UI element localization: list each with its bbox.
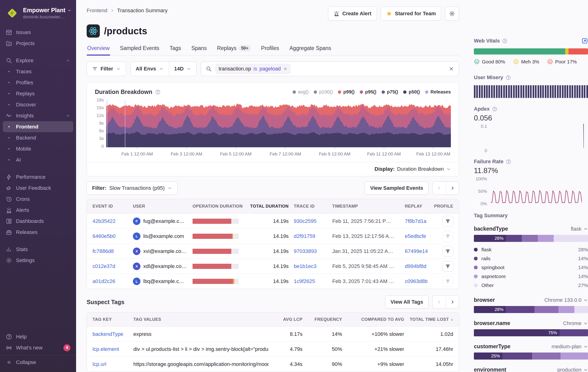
sidebar-item-projects[interactable]: Projects	[3, 38, 73, 49]
profile-button[interactable]	[442, 231, 453, 242]
sidebar-item-crons[interactable]: Crons	[3, 193, 73, 204]
legend-item-p100[interactable]: p100()	[314, 89, 333, 95]
sidebar-item-discover[interactable]: Discover	[3, 99, 73, 110]
sidebar-item-performance[interactable]: Performance	[3, 171, 73, 182]
tab-sampled-events[interactable]: Sampled Events	[119, 44, 160, 55]
search-token[interactable]: transaction.op is pageload	[216, 64, 291, 74]
column-header-compared-to-avg[interactable]: COMPARED TO AVG	[348, 317, 404, 322]
tag-value-dropdown[interactable]: Chrome	[563, 320, 588, 326]
sidebar-item-stats[interactable]: Stats	[3, 244, 73, 255]
legend-item-p75[interactable]: p75()	[382, 89, 398, 95]
trace-id-link[interactable]: 1c9f2625	[294, 278, 327, 284]
date-range-dropdown[interactable]: 14D	[169, 62, 196, 76]
tab-tags[interactable]: Tags	[169, 44, 181, 55]
sidebar-item-frontend[interactable]: Frontend	[3, 121, 73, 132]
event-id-link[interactable]: 6460e5b0	[93, 233, 128, 239]
question-icon[interactable]	[155, 89, 161, 95]
pager-prev-button[interactable]	[432, 296, 446, 308]
column-header-total-time-lost[interactable]: TOTAL TIME LOST	[410, 317, 453, 322]
column-header-timestamp[interactable]: TIMESTAMP	[332, 204, 400, 209]
tab-aggregate-spans[interactable]: Aggregate Spans	[289, 44, 332, 55]
sidebar-item-user-feedback[interactable]: User Feedback	[3, 182, 73, 193]
trace-id-link[interactable]: d2f91759	[294, 233, 327, 239]
tag-value-dropdown[interactable]: production	[557, 367, 588, 372]
display-dropdown[interactable]: Duration Breakdown	[397, 166, 451, 172]
column-header-operation-duration[interactable]: OPERATION DURATION	[193, 204, 245, 209]
trace-id-link[interactable]: be1b1ec3	[294, 263, 327, 269]
sidebar-item-alerts[interactable]: Alerts	[3, 204, 73, 216]
column-header-tag-key[interactable]: TAG KEY	[93, 317, 128, 322]
column-header-avg-lcp[interactable]: AVG LCP	[274, 317, 303, 322]
column-header-trace-id[interactable]: TRACE ID	[294, 204, 327, 209]
breadcrumb-parent[interactable]: Frontend	[87, 8, 107, 14]
legend-item-p99[interactable]: p99()	[338, 89, 355, 95]
replay-id-link[interactable]: e5edbcfe	[405, 233, 435, 239]
starred-for-team-button[interactable]: Starred for Team	[381, 7, 441, 21]
legend-item-Releases[interactable]: Releases	[425, 89, 451, 95]
tab-overview[interactable]: Overview	[87, 44, 110, 55]
event-id-link[interactable]: fc7886d8	[93, 248, 128, 254]
tag-value-dropdown[interactable]: Chrome 133.0.0	[544, 297, 588, 303]
sidebar-item-what-s-new[interactable]: What's new4	[3, 342, 73, 353]
event-id-link[interactable]: a01d2c26	[93, 278, 128, 284]
transactions-filter-dropdown[interactable]: Filter: Slow Transactions (p95)	[87, 181, 178, 195]
sidebar-item-collapse[interactable]: Collapse	[6, 357, 70, 368]
tab-profiles[interactable]: Profiles	[261, 44, 280, 55]
pager-prev-button[interactable]	[432, 182, 446, 194]
tag-value-dropdown[interactable]: flask	[571, 226, 588, 232]
replay-id-link[interactable]: 7f8b7d1a	[405, 218, 435, 224]
filter-dropdown[interactable]: Filter	[87, 62, 126, 76]
org-switcher[interactable]: Empower Plant dominik.buszowiec…	[0, 0, 76, 25]
sidebar-item-settings[interactable]: Settings	[3, 255, 73, 266]
replay-id-link[interactable]: d994bf8d	[405, 263, 435, 269]
sidebar-item-help[interactable]: Help	[3, 331, 73, 342]
duration-chart[interactable]	[106, 99, 451, 149]
environment-dropdown[interactable]: All Envs	[131, 62, 169, 76]
sidebar-item-ai[interactable]: AI	[3, 154, 73, 165]
tag-key-link[interactable]: backendType	[93, 331, 128, 337]
profile-button[interactable]	[442, 261, 453, 272]
replay-id-link[interactable]: 67499e14	[405, 248, 435, 254]
legend-item-p50[interactable]: p50()	[403, 89, 420, 95]
settings-button[interactable]	[445, 7, 459, 21]
sidebar-item-explore[interactable]: Explore	[3, 55, 73, 66]
tab-spans[interactable]: Spans	[191, 44, 207, 55]
sidebar-item-dashboards[interactable]: Dashboards	[3, 216, 73, 227]
profile-button[interactable]	[442, 276, 453, 287]
column-header-replay[interactable]: REPLAY	[405, 204, 435, 209]
column-header-total-duration[interactable]: TOTAL DURATION	[250, 204, 289, 209]
view-all-tags-button[interactable]: View All Tags	[385, 296, 429, 308]
sidebar-item-replays[interactable]: Replays	[3, 88, 73, 99]
sidebar-item-backend[interactable]: Backend	[3, 132, 73, 143]
close-icon[interactable]	[283, 67, 287, 71]
tag-key-link[interactable]: lcp.element	[93, 346, 128, 352]
legend-item-p95[interactable]: p95()	[360, 89, 377, 95]
tab-replays[interactable]: Replays50+	[217, 44, 251, 55]
trace-id-link[interactable]: 97033893	[294, 248, 327, 254]
sidebar-item-insights[interactable]: Insights	[3, 110, 73, 121]
question-icon[interactable]	[506, 159, 511, 164]
replay-id-link[interactable]: c0963d8b	[405, 278, 435, 284]
sidebar-item-traces[interactable]: Traces	[3, 66, 73, 77]
column-header-user[interactable]: USER	[133, 204, 187, 209]
question-icon[interactable]	[502, 38, 507, 44]
sidebar-item-profiles[interactable]: Profiles	[3, 77, 73, 88]
question-icon[interactable]	[505, 75, 511, 80]
column-header-profile[interactable]: PROFILE	[441, 204, 453, 209]
external-link-icon[interactable]	[581, 38, 588, 44]
column-header-frequency[interactable]: FREQUENCY	[308, 317, 342, 322]
sidebar-item-mobile[interactable]: Mobile	[3, 143, 73, 154]
column-header-event-id[interactable]: EVENT ID	[93, 204, 128, 209]
view-sampled-events-button[interactable]: View Sampled Events	[365, 181, 429, 195]
pager-next-button[interactable]	[446, 296, 459, 308]
tag-key-link[interactable]: lcp.url	[93, 361, 128, 367]
search-input[interactable]: transaction.op is pageload	[201, 62, 459, 76]
question-icon[interactable]	[244, 204, 245, 209]
tag-value-dropdown[interactable]: medium-plan	[552, 344, 588, 350]
create-alert-button[interactable]: Create Alert	[328, 7, 377, 21]
profile-button[interactable]	[442, 246, 453, 257]
sidebar-item-releases[interactable]: Releases	[3, 227, 73, 238]
column-header-tag-values[interactable]: TAG VALUES	[133, 317, 269, 322]
sidebar-item-issues[interactable]: Issues	[3, 27, 73, 38]
trace-id-link[interactable]: 930c2595	[294, 218, 327, 224]
